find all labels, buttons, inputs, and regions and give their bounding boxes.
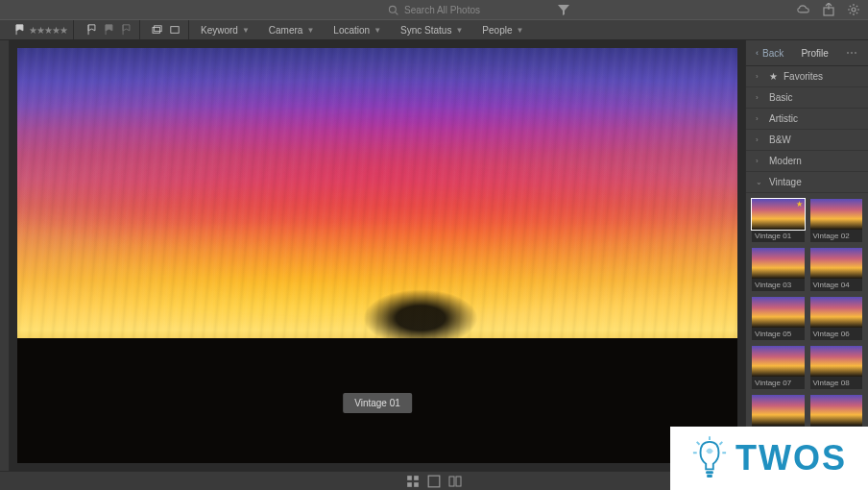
preset-thumb-label: Vintage 02 <box>810 230 863 242</box>
section-label: Vintage <box>769 177 802 187</box>
search-icon <box>388 5 398 15</box>
back-button[interactable]: Back <box>762 48 784 59</box>
brand-text: TWOS <box>735 438 847 478</box>
preset-caption: Vintage 01 <box>343 393 412 413</box>
more-icon[interactable]: ⋯ <box>846 46 858 60</box>
preset-thumb-label: Vintage 03 <box>752 279 805 291</box>
chevron-right-icon: › <box>756 114 763 123</box>
compare-view-icon[interactable] <box>448 475 462 488</box>
brand-watermark: TWOS <box>670 427 868 490</box>
image-canvas[interactable]: Vintage 01 <box>10 40 745 471</box>
preset-thumb-label: Vintage 04 <box>810 279 863 291</box>
svg-rect-9 <box>407 482 412 487</box>
camera-label: Camera <box>269 25 303 36</box>
flag-picked-icon[interactable] <box>12 23 27 37</box>
svg-rect-15 <box>707 475 712 478</box>
svg-rect-11 <box>428 476 440 487</box>
svg-rect-14 <box>706 471 713 474</box>
section-label: Favorites <box>784 71 823 82</box>
left-rail[interactable] <box>0 40 10 471</box>
section-vintage[interactable]: ⌄Vintage <box>746 172 868 193</box>
svg-point-0 <box>389 6 396 12</box>
section-bw[interactable]: ›B&W <box>746 130 868 151</box>
search-placeholder: Search All Photos <box>404 5 480 15</box>
people-dropdown[interactable]: People▼ <box>474 20 531 39</box>
svg-rect-10 <box>414 482 419 487</box>
chevron-right-icon: › <box>756 93 763 102</box>
chevron-down-icon: ▼ <box>455 26 463 35</box>
section-label: Artistic <box>769 113 798 124</box>
star-icon: ★ <box>796 200 803 208</box>
share-icon[interactable] <box>822 3 835 16</box>
chevron-down-icon: ▼ <box>516 26 523 35</box>
lightbulb-icon <box>691 436 728 480</box>
svg-rect-13 <box>456 477 461 486</box>
chevron-down-icon: ▼ <box>306 26 314 35</box>
search-field[interactable]: Search All Photos <box>388 5 480 15</box>
flag-unflagged-icon[interactable] <box>118 23 133 37</box>
preset-thumb-label: Vintage 06 <box>810 328 863 340</box>
svg-rect-8 <box>414 476 419 480</box>
detail-view-icon[interactable] <box>427 475 441 488</box>
panel-title: Profile <box>801 48 828 59</box>
svg-line-17 <box>697 442 700 445</box>
flag-none-icon[interactable] <box>84 23 99 37</box>
preset-thumb[interactable]: Vintage 07 <box>752 346 805 389</box>
filter-toolbar: ★★★★★ Keyword▼ Camera▼ Location▼ Sync St… <box>0 19 868 40</box>
keyword-dropdown[interactable]: Keyword▼ <box>193 20 257 39</box>
single-icon[interactable] <box>167 23 182 37</box>
section-basic[interactable]: ›Basic <box>746 87 868 109</box>
preset-thumb[interactable]: Vintage 05 <box>752 297 805 340</box>
camera-dropdown[interactable]: Camera▼ <box>261 20 323 39</box>
chevron-right-icon: › <box>756 72 763 81</box>
preset-thumb[interactable]: ★Vintage 01 <box>752 199 805 242</box>
flag-rejected-icon[interactable] <box>101 23 116 37</box>
svg-line-18 <box>719 442 722 445</box>
section-label: Modern <box>769 156 802 166</box>
preset-thumb-label: Vintage 01 <box>752 230 805 242</box>
preset-thumb-label: Vintage 07 <box>752 377 805 389</box>
right-panel: ‹ Back Profile ⋯ ›★Favorites ›Basic ›Art… <box>745 40 868 471</box>
svg-rect-7 <box>407 476 412 480</box>
preset-thumb[interactable]: Vintage 04 <box>810 248 863 291</box>
location-dropdown[interactable]: Location▼ <box>326 20 389 39</box>
sync-status-dropdown[interactable]: Sync Status▼ <box>393 20 470 39</box>
svg-rect-6 <box>171 27 179 34</box>
chevron-right-icon: › <box>756 157 763 165</box>
people-label: People <box>482 25 512 36</box>
sync-status-label: Sync Status <box>400 25 451 36</box>
chevron-left-icon: ‹ <box>756 48 759 58</box>
preset-thumbnails-grid: ★Vintage 01Vintage 02Vintage 03Vintage 0… <box>746 193 868 444</box>
filter-icon[interactable] <box>557 3 570 16</box>
svg-rect-12 <box>449 477 454 486</box>
chevron-right-icon: › <box>756 135 763 144</box>
chevron-down-icon: ▼ <box>242 26 250 35</box>
location-label: Location <box>333 25 370 36</box>
section-modern[interactable]: ›Modern <box>746 151 868 172</box>
svg-line-1 <box>396 12 398 14</box>
preset-thumb[interactable]: Vintage 08 <box>810 346 863 389</box>
stack-icon[interactable] <box>150 23 165 37</box>
svg-rect-4 <box>153 28 160 34</box>
svg-point-3 <box>852 8 856 12</box>
star-icon: ★ <box>769 71 778 82</box>
rating-stars[interactable]: ★★★★★ <box>29 25 67 36</box>
title-bar: Search All Photos <box>0 0 868 19</box>
preset-thumb[interactable]: Vintage 03 <box>752 248 805 291</box>
svg-rect-5 <box>155 26 162 32</box>
section-label: B&W <box>769 135 791 145</box>
preset-thumb-label: Vintage 08 <box>810 377 863 389</box>
main-area: Vintage 01 ‹ Back Profile ⋯ ›★Favorites … <box>0 40 868 471</box>
gear-icon[interactable] <box>847 3 860 16</box>
preset-thumb-label: Vintage 05 <box>752 328 805 340</box>
section-favorites[interactable]: ›★Favorites <box>746 66 868 87</box>
chevron-down-icon: ▼ <box>374 26 381 35</box>
preset-thumb[interactable]: Vintage 06 <box>810 297 863 340</box>
chevron-down-icon: ⌄ <box>756 178 763 186</box>
preset-thumb[interactable]: Vintage 02 <box>810 199 863 242</box>
section-artistic[interactable]: ›Artistic <box>746 109 868 130</box>
grid-view-icon[interactable] <box>406 475 420 488</box>
keyword-label: Keyword <box>201 25 238 36</box>
cloud-icon[interactable] <box>797 3 810 16</box>
section-label: Basic <box>769 92 792 103</box>
